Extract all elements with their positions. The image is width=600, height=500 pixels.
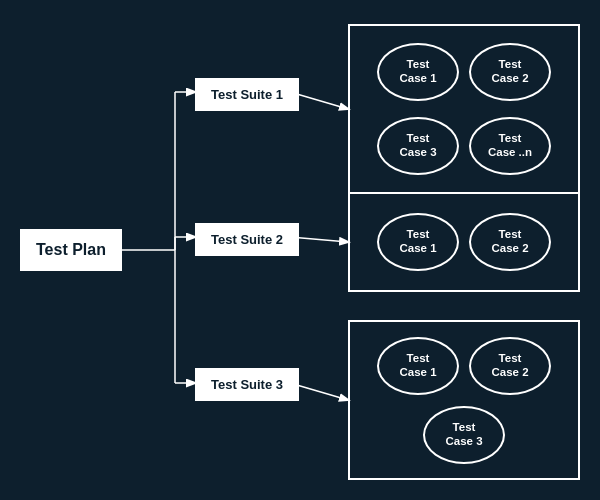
test-case-3-3: TestCase 3 xyxy=(423,406,505,464)
suite-2-label: Test Suite 2 xyxy=(211,232,283,247)
suite-3-node: Test Suite 3 xyxy=(195,368,299,401)
suite-2-node: Test Suite 2 xyxy=(195,223,299,256)
test-case-2-1: TestCase 1 xyxy=(377,213,459,271)
test-case-2-2: TestCase 2 xyxy=(469,213,551,271)
suite-2-box: TestCase 1 TestCase 2 xyxy=(348,192,580,292)
test-case-1-n: TestCase ..n xyxy=(469,117,551,175)
test-plan-label: Test Plan xyxy=(36,241,106,258)
test-case-1-2: TestCase 2 xyxy=(469,43,551,101)
suite-3-box: TestCase 1 TestCase 2 TestCase 3 xyxy=(348,320,580,480)
test-plan-node: Test Plan xyxy=(20,229,122,271)
test-case-3-2: TestCase 2 xyxy=(469,337,551,395)
test-case-1-3: TestCase 3 xyxy=(377,117,459,175)
suite-1-label: Test Suite 1 xyxy=(211,87,283,102)
suite-1-box: TestCase 1 TestCase 2 TestCase 3 TestCas… xyxy=(348,24,580,194)
diagram: Test Plan Test Suite 1 Test Suite 2 Test… xyxy=(10,10,590,490)
suite-3-label: Test Suite 3 xyxy=(211,377,283,392)
suite-1-node: Test Suite 1 xyxy=(195,78,299,111)
test-case-1-1: TestCase 1 xyxy=(377,43,459,101)
test-case-3-1: TestCase 1 xyxy=(377,337,459,395)
